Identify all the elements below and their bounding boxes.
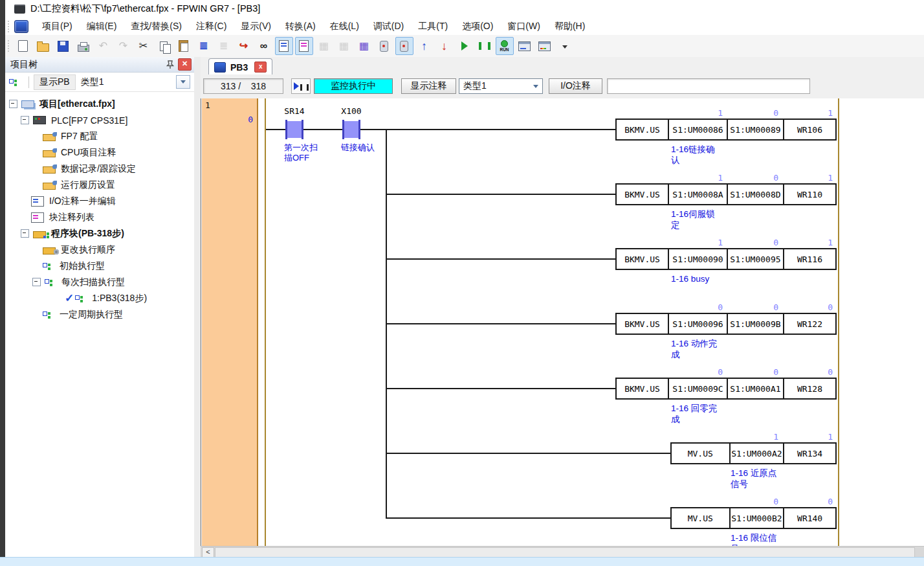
operand-cell[interactable]: S1:UM00095 xyxy=(727,249,783,269)
pin-icon[interactable] xyxy=(165,60,175,70)
io-comment-button[interactable]: I/O注释 xyxy=(549,78,602,94)
opcode-cell[interactable]: MV.US xyxy=(672,444,729,463)
menu-project[interactable]: 项目(P) xyxy=(35,19,80,34)
save-icon[interactable] xyxy=(54,37,72,55)
instruction-block[interactable]: BKMV.US S1:UM00086 S1:UM00089 WR106 xyxy=(615,119,837,141)
opcode-cell[interactable]: BKMV.US xyxy=(617,314,668,334)
operand-cell[interactable]: WR106 xyxy=(783,120,835,139)
menu-edit[interactable]: 编辑(E) xyxy=(80,19,124,34)
collapse-icon[interactable] xyxy=(21,229,29,238)
scroll-left-arrow[interactable]: < xyxy=(202,547,214,558)
operand-cell[interactable]: WR128 xyxy=(783,379,835,398)
print-icon[interactable] xyxy=(74,37,93,55)
device-monitor-icon[interactable] xyxy=(536,37,554,55)
operand-cell[interactable]: S1:UM000B2 xyxy=(729,508,784,528)
new-file-icon[interactable] xyxy=(14,37,32,55)
delete-network-icon[interactable]: ≣ xyxy=(215,37,233,55)
operand-cell[interactable]: WR110 xyxy=(783,185,835,204)
menu-window[interactable]: 窗口(W) xyxy=(500,19,547,34)
program-convert-icon[interactable]: ▦ xyxy=(355,37,373,55)
tree-item-pb3[interactable]: ✓ 1:PB3(318步) xyxy=(65,290,149,306)
menu-options[interactable]: 选项(O) xyxy=(455,19,500,34)
online-mode-icon[interactable] xyxy=(395,37,413,55)
operand-cell[interactable]: S1:UM0008A xyxy=(668,185,727,204)
operand-cell[interactable]: S1:UM000A2 xyxy=(729,444,784,463)
open-file-icon[interactable] xyxy=(34,37,52,55)
io-comment-input[interactable] xyxy=(607,78,810,94)
cut-icon[interactable]: ✂ xyxy=(135,37,153,55)
collapse-icon[interactable] xyxy=(21,116,29,124)
contact-x100-energized[interactable] xyxy=(344,121,358,138)
scrollbar-thumb[interactable] xyxy=(215,547,915,558)
instruction-block[interactable]: MV.US S1:UM000A2 WR134 xyxy=(670,442,837,464)
menu-grip[interactable] xyxy=(7,21,10,32)
tree-item-initial-exec[interactable]: 初始执行型 xyxy=(43,258,107,274)
contact-sr14-energized[interactable] xyxy=(287,121,302,138)
redo-icon[interactable]: ↷ xyxy=(115,37,133,55)
offline-mode-icon[interactable] xyxy=(375,37,393,55)
tree-item-data-log-trace[interactable]: 数据记录/跟踪设定 xyxy=(43,161,138,177)
instruction-block[interactable]: MV.US S1:UM000B2 WR140 xyxy=(670,507,837,529)
ladder-editor[interactable]: 1 0 SR14 第一次扫描OFF X100 链接确认 1 0 1 BKMV.U… xyxy=(201,98,924,546)
paste-icon[interactable] xyxy=(175,37,193,55)
pb-convert-icon[interactable]: ▦ xyxy=(315,37,333,55)
collapse-icon[interactable] xyxy=(9,100,17,108)
opcode-cell[interactable]: BKMV.US xyxy=(617,120,668,139)
monitor-toggle-icon[interactable] xyxy=(291,78,311,94)
upload-from-plc-icon[interactable]: ↑ xyxy=(415,37,434,55)
panel-splitter[interactable] xyxy=(194,57,201,557)
tree-item-plc[interactable]: PLC[FP7 CPS31E] xyxy=(21,112,129,128)
menu-tools[interactable]: 工具(T) xyxy=(411,19,455,34)
run-mode-icon[interactable]: RUN xyxy=(496,37,514,55)
operand-cell[interactable]: S1:UM0009C xyxy=(668,379,727,398)
opcode-cell[interactable]: BKMV.US xyxy=(617,379,668,398)
operand-cell[interactable]: WR134 xyxy=(783,444,835,463)
operand-cell[interactable]: S1:UM00090 xyxy=(668,249,727,269)
menu-online[interactable]: 在线(L) xyxy=(323,19,366,34)
tree-item-fixed-cycle-exec[interactable]: 一定周期执行型 xyxy=(43,306,125,323)
undo-icon[interactable]: ↶ xyxy=(94,37,113,55)
menu-comment[interactable]: 注释(C) xyxy=(189,19,234,34)
tree-item-block-comment-list[interactable]: 块注释列表 xyxy=(31,209,96,225)
instruction-block[interactable]: BKMV.US S1:UM0009C S1:UM000A1 WR128 xyxy=(615,378,837,400)
tree-item-io-comment-edit[interactable]: I/O注释一并编辑 xyxy=(31,193,118,209)
tree-item-project[interactable]: 项目[ethercat.fpx] xyxy=(9,96,117,112)
tab-pb3[interactable]: PB3 x xyxy=(208,58,272,75)
download-to-plc-icon[interactable]: ↓ xyxy=(435,37,454,55)
show-pb-button[interactable]: 显示PB xyxy=(34,74,76,90)
operand-cell[interactable]: S1:UM0008D xyxy=(727,185,783,204)
ladder-display-icon[interactable] xyxy=(275,37,293,55)
panel-close-icon[interactable]: ✕ xyxy=(178,58,192,71)
insert-network-icon[interactable]: ≣ xyxy=(195,37,213,55)
show-comment-button[interactable]: 显示注释 xyxy=(401,78,456,94)
pb-convert-all-icon[interactable]: ▦ xyxy=(335,37,353,55)
tree-item-fp7-config[interactable]: FP7 配置 xyxy=(43,128,100,144)
tree-item-run-history[interactable]: 运行履历设置 xyxy=(43,177,117,193)
opcode-cell[interactable]: BKMV.US xyxy=(617,249,668,269)
operand-cell[interactable]: S1:UM0009B xyxy=(727,314,783,334)
monitor-start-icon[interactable] xyxy=(456,37,474,55)
operand-cell[interactable]: WR140 xyxy=(783,508,835,528)
copy-icon[interactable] xyxy=(155,37,173,55)
comment-type-select[interactable]: 类型1 xyxy=(459,78,543,94)
collapse-icon[interactable] xyxy=(32,278,41,286)
instruction-block[interactable]: BKMV.US S1:UM0008A S1:UM0008D WR110 xyxy=(615,183,837,205)
menu-find-replace[interactable]: 查找/替换(S) xyxy=(124,19,189,34)
operand-cell[interactable]: WR116 xyxy=(783,249,835,269)
horizontal-scrollbar[interactable]: < xyxy=(201,546,924,558)
comment-display-icon[interactable] xyxy=(295,37,313,55)
operand-cell[interactable]: S1:UM00086 xyxy=(668,120,727,139)
comment-type-dropdown[interactable] xyxy=(176,75,190,89)
menu-help[interactable]: 帮助(H) xyxy=(547,19,592,34)
find-icon[interactable]: ∞ xyxy=(255,37,273,55)
operand-cell[interactable]: S1:UM000A1 xyxy=(727,379,783,398)
tab-close-icon[interactable]: x xyxy=(254,62,267,73)
opcode-cell[interactable]: MV.US xyxy=(672,508,729,528)
instruction-block[interactable]: BKMV.US S1:UM00096 S1:UM0009B WR122 xyxy=(615,313,837,335)
operand-cell[interactable]: S1:UM00089 xyxy=(727,120,783,139)
tree-item-change-exec-order[interactable]: 更改执行顺序 xyxy=(43,242,117,258)
jump-icon[interactable]: ↪ xyxy=(235,37,253,55)
instruction-block[interactable]: BKMV.US S1:UM00090 S1:UM00095 WR116 xyxy=(615,248,837,270)
tree-item-scan-exec[interactable]: 每次扫描执行型 xyxy=(32,274,127,290)
operand-cell[interactable]: WR122 xyxy=(783,314,835,334)
